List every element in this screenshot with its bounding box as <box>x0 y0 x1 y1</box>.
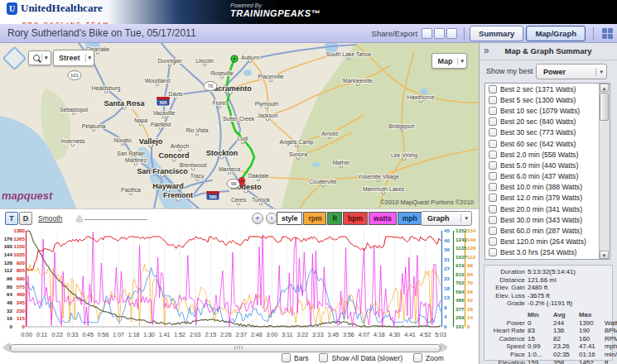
graph-option-bars[interactable]: Bars <box>282 353 308 362</box>
best-effort-checkbox[interactable] <box>489 161 497 170</box>
graph-option-show-all-data-slower-[interactable]: Show All Data (slower) <box>319 353 402 362</box>
ride-chart[interactable]: 0:000:110:220:330:450:561:071:181:301:41… <box>0 228 479 342</box>
city-label: Auburn <box>241 55 259 60</box>
best-effort-checkbox[interactable] <box>489 96 497 104</box>
scrollbar-grip[interactable] <box>234 346 243 349</box>
page-title: Rory Sutherland's Bike on Tue, 05/17/201… <box>4 27 372 39</box>
city-label: Fairfield <box>151 122 171 127</box>
series-chip-style[interactable]: style <box>277 212 302 225</box>
best-effort-item[interactable]: Best 3.0 hrs (254 Watts) <box>485 247 610 258</box>
series-chip-bpm[interactable]: bpm <box>343 212 368 225</box>
best-effort-checkbox[interactable] <box>489 117 497 126</box>
interstate-shield-band <box>206 191 219 194</box>
graph-option-zoom[interactable]: Zoom <box>413 353 444 362</box>
best-effort-checkbox[interactable] <box>489 151 497 159</box>
best-effort-item[interactable]: Best 10.0 min (388 Watts) <box>485 182 610 193</box>
best-effort-checkbox[interactable] <box>489 194 497 202</box>
y-tick-label: 594 <box>456 289 465 295</box>
best-effort-item[interactable]: Best 120.0 min (264 Watts) <box>485 237 610 247</box>
scrollbar-thumb[interactable] <box>600 93 609 121</box>
chevron-down-icon[interactable]: ▾ <box>457 57 466 65</box>
y-tick-label: 161 <box>456 323 465 329</box>
best-effort-item[interactable]: Best 30 sec (773 Watts) <box>485 127 610 138</box>
map-layer-select[interactable]: Street▾ <box>53 50 94 66</box>
best-effort-item[interactable]: Best 2.0 min (558 Watts) <box>485 149 610 160</box>
share-export-label[interactable]: Share/Export <box>372 29 417 38</box>
summary-tab-button[interactable]: Summary <box>470 26 523 41</box>
best-effort-item[interactable]: Best 10 sec (1079 Watts) <box>485 105 610 116</box>
chevron-down-icon[interactable]: ▾ <box>41 54 51 62</box>
best-effort-item[interactable]: Best 6.0 min (437 Watts) <box>485 171 610 182</box>
graph-type-value: Graph <box>422 214 460 223</box>
scroll-right-icon[interactable] <box>441 343 447 352</box>
best-effort-item[interactable]: Best 20 sec (840 Watts) <box>485 117 610 127</box>
city-label: Sebastopol <box>60 107 89 113</box>
best-effort-checkbox[interactable] <box>489 248 497 256</box>
scroll-up-icon[interactable]: ▲ <box>600 84 609 92</box>
stats-row: Grade-0.2% (-1191 ft) <box>486 299 610 308</box>
list-scrollbar[interactable]: ▲ ▼ <box>599 84 610 259</box>
chevron-down-icon[interactable]: ▾ <box>595 68 606 76</box>
mapgraph-tab-button[interactable]: Map/Graph <box>526 26 586 41</box>
map-canvas[interactable]: ClearlakeDunniganLincolnAuburnSouth Lake… <box>0 43 479 208</box>
map-type-button[interactable]: Map▾ <box>431 53 467 69</box>
stats-cell: mph <box>605 342 617 351</box>
x-tick-label: 0:33 <box>67 332 79 338</box>
best-effort-checkbox[interactable] <box>489 128 497 136</box>
share-icon-1[interactable] <box>422 28 432 39</box>
best-effort-item[interactable]: Best 12.0 min (379 Watts) <box>485 193 610 204</box>
map-zoom-button[interactable]: ▾ <box>28 50 51 65</box>
best-effort-item[interactable]: Best 30.0 min (343 Watts) <box>485 214 610 225</box>
y-tick-label: 920 <box>17 260 26 266</box>
best-effort-checkbox[interactable] <box>489 227 497 235</box>
best-effort-checkbox[interactable] <box>489 205 497 213</box>
smooth-slider-track[interactable] <box>84 219 147 220</box>
best-effort-item[interactable]: Best 5 sec (1300 Watts) <box>485 94 610 105</box>
checkbox[interactable] <box>282 353 291 362</box>
series-chip-rpm[interactable]: rpm <box>303 212 326 225</box>
smooth-slider-handle[interactable] <box>76 215 83 222</box>
city-label: Lee Vining <box>391 152 417 159</box>
city-label: Arnold <box>321 131 338 136</box>
graph-type-select[interactable]: Graph ▾ <box>421 211 472 226</box>
scrollbar-track[interactable] <box>10 344 441 352</box>
best-effort-checkbox[interactable] <box>489 172 497 180</box>
best-effort-checkbox[interactable] <box>489 140 497 148</box>
city-label: Sonora <box>289 151 307 157</box>
best-effort-checkbox[interactable] <box>489 107 497 115</box>
scroll-left-icon[interactable] <box>3 343 10 352</box>
series-chip-mph[interactable]: mph <box>398 212 422 225</box>
scroll-down-icon[interactable]: ▼ <box>600 251 609 259</box>
best-metric-select[interactable]: Power ▾ <box>536 64 607 79</box>
best-effort-checkbox[interactable] <box>489 85 497 93</box>
best-effort-checkbox[interactable] <box>489 183 497 191</box>
series-chip-watts[interactable]: watts <box>369 212 397 225</box>
city-label: Markleeville <box>343 78 373 84</box>
checkbox[interactable] <box>413 353 422 362</box>
stats-col-header: Avg <box>553 311 579 319</box>
smooth-label[interactable]: Smooth <box>38 214 62 223</box>
series-chip-ft[interactable]: ft <box>327 212 342 225</box>
checkbox[interactable] <box>319 353 328 362</box>
time-axis-button[interactable]: T <box>5 212 18 225</box>
share-icon-2[interactable] <box>434 28 445 39</box>
chevron-down-icon[interactable]: ▾ <box>85 54 94 62</box>
layout-grid-icon[interactable] <box>602 28 613 39</box>
best-effort-checkbox[interactable] <box>489 237 497 246</box>
graph-scrollbar[interactable] <box>3 343 447 352</box>
rewind-button[interactable]: « <box>252 213 263 224</box>
play-button[interactable]: › <box>266 213 277 224</box>
share-icon-3[interactable] <box>446 28 457 39</box>
distance-axis-button[interactable]: D <box>19 212 32 225</box>
best-effort-checkbox[interactable] <box>489 216 497 224</box>
best-effort-item[interactable]: Best 60.0 min (287 Watts) <box>485 225 610 236</box>
best-effort-item[interactable]: Best 20.0 min (341 Watts) <box>485 204 610 214</box>
chevron-down-icon[interactable]: ▾ <box>460 214 471 223</box>
x-tick-label: 0:22 <box>51 332 63 338</box>
y-tick-label: 805 <box>17 267 26 273</box>
y-tick-label: 0 <box>10 323 13 329</box>
best-effort-item[interactable]: Best 60 sec (642 Watts) <box>485 138 610 149</box>
map-panel[interactable]: ClearlakeDunniganLincolnAuburnSouth Lake… <box>0 43 479 208</box>
best-effort-item[interactable]: Best 5.0 min (440 Watts) <box>485 160 610 170</box>
best-effort-item[interactable]: Best 2 sec (1371 Watts) <box>485 84 610 94</box>
